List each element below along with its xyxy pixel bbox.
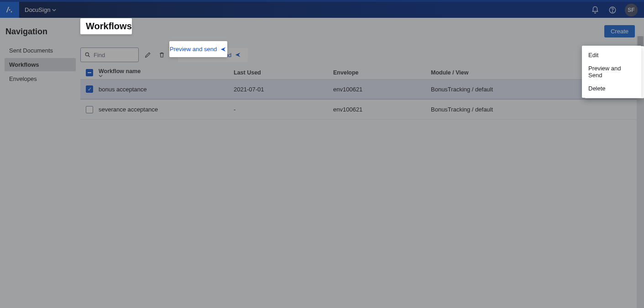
- toolbar: Preview and send: [80, 48, 637, 62]
- col-label: Last Used: [234, 69, 261, 76]
- search-box[interactable]: [80, 48, 139, 62]
- col-envelope[interactable]: Envelope: [333, 69, 431, 76]
- select-all-checkbox[interactable]: [86, 69, 93, 76]
- logo-glyph: /·.: [6, 6, 12, 14]
- chevron-down-icon: [52, 9, 56, 11]
- send-icon: [220, 46, 227, 53]
- cell-last-used: 2021-07-01: [234, 86, 333, 93]
- svg-point-2: [85, 53, 89, 56]
- preview-send-highlight-text: Preview and send: [170, 46, 217, 53]
- avatar[interactable]: SF: [625, 4, 638, 16]
- sidebar: Navigation Sent Documents Workflows Enve…: [0, 18, 80, 308]
- ctx-label: Preview and Send: [588, 65, 621, 79]
- app-name: DocuSign: [25, 6, 50, 13]
- ctx-label: Edit: [588, 52, 598, 58]
- col-label: Envelope: [333, 69, 359, 76]
- sidebar-item-label: Workflows: [9, 61, 39, 68]
- cell-envelope: env100621: [333, 106, 431, 113]
- cell-module-view: BonusTracking / default: [431, 106, 595, 113]
- sidebar-item-workflows[interactable]: Workflows: [5, 58, 76, 71]
- ctx-label: Delete: [588, 85, 606, 92]
- bell-icon[interactable]: [590, 5, 600, 15]
- col-label: Workflow name: [99, 68, 141, 74]
- delete-icon[interactable]: [157, 50, 166, 59]
- col-module-view[interactable]: Module / View: [431, 69, 595, 76]
- col-workflow-name[interactable]: Workflow name: [99, 68, 234, 77]
- workflows-table: Workflow name Last Used Envelope Module …: [80, 66, 637, 120]
- sidebar-item-sent-documents[interactable]: Sent Documents: [5, 44, 76, 57]
- cell-module-view: BonusTracking / default: [431, 86, 595, 93]
- table-header: Workflow name Last Used Envelope Module …: [80, 66, 637, 80]
- cell-name: severance acceptance: [99, 106, 234, 113]
- highlight-page-title: Workflows: [80, 18, 132, 34]
- page-title-highlight-text: Workflows: [86, 21, 132, 32]
- send-icon: [234, 52, 241, 58]
- sidebar-title: Navigation: [5, 27, 75, 37]
- svg-point-1: [612, 11, 613, 12]
- chevron-down-icon: [99, 74, 234, 77]
- row-checkbox[interactable]: ✓: [86, 85, 93, 93]
- body: Navigation Sent Documents Workflows Enve…: [0, 18, 644, 308]
- row-context-menu-overlay: Edit Preview and Send Delete: [582, 46, 641, 98]
- ctx-edit[interactable]: Edit: [582, 48, 641, 62]
- create-button[interactable]: Create: [604, 25, 635, 37]
- cell-name: bonus acceptance: [99, 86, 234, 93]
- create-button-label: Create: [611, 28, 628, 35]
- page-header: Workflows Create: [80, 23, 637, 39]
- table-row[interactable]: ✓ bonus acceptance 2021-07-01 env100621 …: [80, 80, 637, 100]
- edit-icon[interactable]: [143, 50, 152, 59]
- sidebar-item-envelopes[interactable]: Envelopes: [5, 72, 76, 85]
- svg-line-3: [89, 56, 90, 57]
- sidebar-item-label: Envelopes: [9, 75, 37, 82]
- highlight-preview-send: Preview and send: [169, 41, 227, 57]
- app-logo[interactable]: /·.: [0, 2, 19, 18]
- topbar-right: SF: [590, 4, 638, 16]
- help-icon[interactable]: [607, 5, 618, 15]
- col-last-used[interactable]: Last Used: [234, 69, 333, 76]
- search-input[interactable]: [94, 52, 135, 58]
- ctx-preview-send[interactable]: Preview and Send: [582, 62, 641, 82]
- col-label: Module / View: [431, 69, 468, 76]
- content-area: Workflows Create Preview and send: [80, 18, 644, 308]
- cell-envelope: env100621: [333, 86, 431, 93]
- row-checkbox[interactable]: [86, 106, 93, 113]
- top-bar: /·. DocuSign SF: [0, 0, 644, 18]
- avatar-initials: SF: [628, 7, 634, 13]
- app-selector[interactable]: DocuSign: [19, 6, 62, 13]
- ctx-delete[interactable]: Delete: [582, 82, 641, 95]
- table-row[interactable]: severance acceptance - env100621 BonusTr…: [80, 100, 637, 120]
- search-icon: [84, 52, 91, 58]
- sidebar-item-label: Sent Documents: [9, 47, 53, 54]
- cell-last-used: -: [234, 106, 333, 113]
